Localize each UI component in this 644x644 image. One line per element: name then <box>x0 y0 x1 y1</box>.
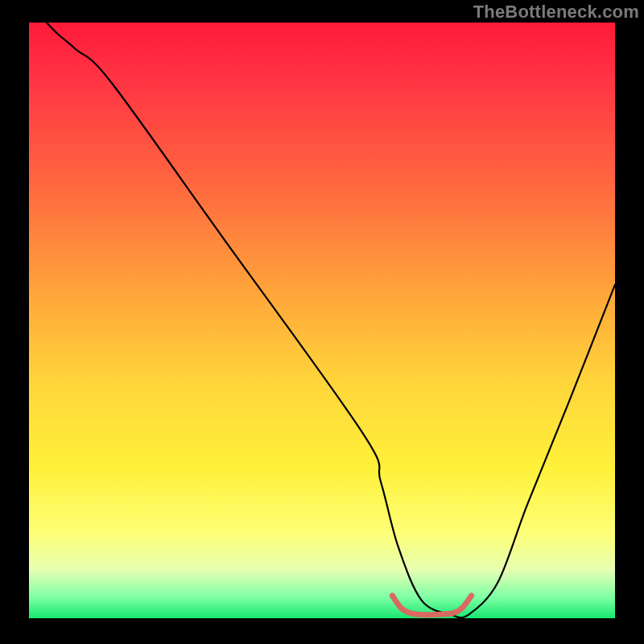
plot-area <box>29 23 615 618</box>
curve-layer <box>29 23 615 618</box>
watermark-label: TheBottleneck.com <box>473 2 639 23</box>
main-curve-path <box>47 23 615 617</box>
trough-highlight-path <box>392 596 471 615</box>
chart-frame: TheBottleneck.com <box>0 0 644 644</box>
